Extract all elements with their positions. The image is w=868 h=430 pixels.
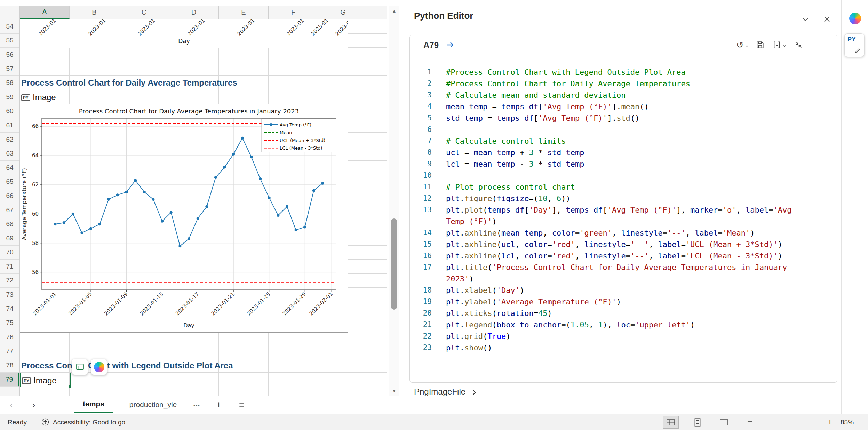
code-editor[interactable]: 1#Process Control Chart with Legend Outs… <box>412 66 802 353</box>
vertical-scrollbar-thumb[interactable] <box>391 218 397 310</box>
add-sheet-button[interactable]: + <box>216 396 222 414</box>
row-header-63[interactable]: 63 <box>0 146 19 161</box>
row-header-72[interactable]: 72 <box>0 274 19 288</box>
column-header-D[interactable]: D <box>169 6 219 19</box>
sheet-tab-production-yie[interactable]: production_yie <box>116 396 190 413</box>
vertical-scrollbar[interactable]: ▲ ▼ <box>389 6 399 396</box>
row-header-69[interactable]: 69 <box>0 231 19 246</box>
sheet-list-button[interactable] <box>238 396 245 414</box>
column-header-F[interactable]: F <box>269 6 318 19</box>
scroll-down-icon[interactable]: ▼ <box>389 385 399 396</box>
code-text[interactable]: # Calculate mean and standard deviation <box>446 89 798 101</box>
code-line-10[interactable]: 10 <box>412 170 802 181</box>
code-line-8[interactable]: 8ucl = mean_temp + 3 * std_temp <box>412 147 802 158</box>
code-line-7[interactable]: 7# Calculate control limits <box>412 135 802 147</box>
code-line-11[interactable]: 11# Plot process control chart <box>412 181 802 193</box>
row-header-75[interactable]: 75 <box>0 316 19 330</box>
row-header-70[interactable]: 70 <box>0 246 19 260</box>
output-dropdown-chevron-icon[interactable] <box>782 43 787 48</box>
column-header-G[interactable]: G <box>318 6 368 19</box>
undo-dropdown-chevron-icon[interactable] <box>744 43 749 48</box>
code-text[interactable]: ucl = mean_temp + 3 * std_temp <box>446 147 798 158</box>
code-line-12[interactable]: 12plt.figure(figsize=(10, 6)) <box>412 193 802 204</box>
cell-a58-heading[interactable]: Process Control Chart for Daily Average … <box>21 78 237 88</box>
page-break-view-button[interactable] <box>716 416 732 429</box>
code-line-2[interactable]: 2#Process Control Chart for Daily Averag… <box>412 78 802 89</box>
code-text[interactable]: plt.xticks(rotation=45) <box>446 308 798 319</box>
code-text[interactable]: # Plot process control chart <box>446 181 798 193</box>
control-chart-object[interactable]: Avg Temp (°F)MeanUCL (Mean + 3*Std)LCL (… <box>20 104 348 333</box>
column-header-C[interactable]: C <box>119 6 169 19</box>
row-header-74[interactable]: 74 <box>0 302 19 316</box>
chart-object-partial[interactable]: Day 2023-012023-012023-012023-012023-012… <box>20 19 348 48</box>
accessibility-button[interactable] <box>41 418 49 428</box>
code-line-17[interactable]: 17plt.title('Process Control Chart for D… <box>412 262 802 285</box>
row-header-66[interactable]: 66 <box>0 189 19 203</box>
row-header-60[interactable]: 60 <box>0 104 19 119</box>
row-header-55[interactable]: 55 <box>0 34 19 48</box>
code-text[interactable]: plt.ylabel('Average Temperature (°F)') <box>446 296 798 308</box>
code-line-15[interactable]: 15plt.axhline(ucl, color='red', linestyl… <box>412 239 802 250</box>
code-line-18[interactable]: 18plt.xlabel('Day') <box>412 285 802 296</box>
code-line-16[interactable]: 16plt.axhline(lcl, color='red', linestyl… <box>412 250 802 262</box>
row-header-56[interactable]: 56 <box>0 48 19 62</box>
row-header-79[interactable]: 79 <box>0 373 19 387</box>
select-all-corner[interactable] <box>0 6 20 19</box>
code-line-4[interactable]: 4mean_temp = temps_df['Avg Temp (°F)'].m… <box>412 101 802 112</box>
python-editor-rail-button[interactable]: PY <box>844 33 865 57</box>
zoom-level[interactable]: 85% <box>841 419 854 426</box>
cell-reference[interactable]: A79 <box>423 40 439 50</box>
code-text[interactable]: plt.grid(True) <box>446 331 798 342</box>
code-text[interactable]: mean_temp = temps_df['Avg Temp (°F)'].me… <box>446 101 798 112</box>
code-text[interactable]: lcl = mean_temp - 3 * std_temp <box>446 158 798 170</box>
row-header-67[interactable]: 67 <box>0 203 19 217</box>
code-text[interactable]: plt.plot(temps_df['Day'], temps_df['Avg … <box>446 204 798 227</box>
accessibility-status[interactable]: Accessibility: Good to go <box>53 419 125 426</box>
output-type-icon[interactable] <box>772 40 781 49</box>
row-header-78[interactable]: 78 <box>0 358 19 373</box>
zoom-in-button[interactable]: + <box>827 416 833 427</box>
code-text[interactable]: #Process Control Chart for Daily Average… <box>446 78 798 89</box>
prev-sheet-icon[interactable]: ‹ <box>10 396 13 414</box>
code-line-21[interactable]: 21plt.legend(bbox_to_anchor=(1.05, 1), l… <box>412 319 802 331</box>
page-layout-view-button[interactable] <box>690 416 706 429</box>
code-line-19[interactable]: 19plt.ylabel('Average Temperature (°F)') <box>412 296 802 308</box>
row-header-73[interactable]: 73 <box>0 288 19 302</box>
code-text[interactable]: plt.axhline(lcl, color='red', linestyle=… <box>446 250 798 262</box>
row-header-57[interactable]: 57 <box>0 62 19 76</box>
code-text[interactable]: #Process Control Chart with Legend Outsi… <box>446 66 798 78</box>
code-text[interactable]: plt.xlabel('Day') <box>446 285 798 296</box>
code-line-1[interactable]: 1#Process Control Chart with Legend Outs… <box>412 66 802 78</box>
sheet-tab-temps[interactable]: temps <box>74 396 113 413</box>
code-line-22[interactable]: 22plt.grid(True) <box>412 331 802 342</box>
row-header-58[interactable]: 58 <box>0 76 19 90</box>
more-sheets-button[interactable]: ••• <box>193 396 200 414</box>
cell-a59-py-image[interactable]: PY Image <box>21 93 56 102</box>
row-header-59[interactable]: 59 <box>0 90 19 104</box>
next-sheet-icon[interactable]: › <box>32 396 35 414</box>
column-header-E[interactable]: E <box>219 6 269 19</box>
code-line-23[interactable]: 23plt.show() <box>412 342 802 353</box>
row-header-64[interactable]: 64 <box>0 161 19 175</box>
code-text[interactable]: plt.title('Process Control Chart for Dai… <box>446 262 798 285</box>
row-header-65[interactable]: 65 <box>0 175 19 189</box>
code-text[interactable]: plt.axhline(mean_temp, color='green', li… <box>446 227 798 239</box>
code-text[interactable] <box>446 124 798 135</box>
code-line-5[interactable]: 5std_temp = temps_df['Avg Temp (°F)'].st… <box>412 112 802 124</box>
close-pane-button[interactable] <box>822 14 832 24</box>
code-text[interactable]: std_temp = temps_df['Avg Temp (°F)'].std… <box>446 112 798 124</box>
row-header-62[interactable]: 62 <box>0 133 19 147</box>
collapse-editor-icon[interactable] <box>794 40 803 49</box>
code-line-3[interactable]: 3# Calculate mean and standard deviation <box>412 89 802 101</box>
collapse-pane-button[interactable] <box>800 14 811 24</box>
scroll-up-icon[interactable]: ▲ <box>389 6 399 16</box>
code-line-20[interactable]: 20plt.xticks(rotation=45) <box>412 308 802 319</box>
code-text[interactable]: # Calculate control limits <box>446 135 798 147</box>
row-header-76[interactable]: 76 <box>0 330 19 344</box>
undo-icon[interactable]: ↺ <box>736 40 744 49</box>
row-header-71[interactable]: 71 <box>0 260 19 274</box>
code-text[interactable]: plt.show() <box>446 342 798 353</box>
go-to-cell-button[interactable] <box>445 40 456 50</box>
code-text[interactable] <box>446 170 798 181</box>
cell-a79-py-image[interactable]: PY Image <box>22 376 57 385</box>
